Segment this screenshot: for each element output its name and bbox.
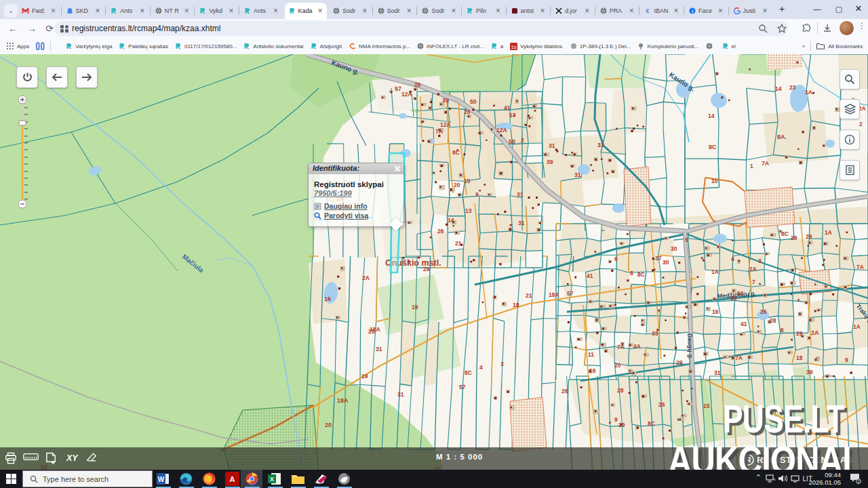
svg-text:2A: 2A (362, 274, 370, 281)
svg-text:4: 4 (479, 364, 483, 371)
svg-text:15: 15 (464, 178, 471, 184)
svg-text:7: 7 (752, 279, 755, 285)
svg-text:7A: 7A (762, 160, 769, 167)
svg-text:2: 2 (521, 137, 524, 144)
svg-text:8: 8 (630, 270, 633, 277)
svg-text:12A: 12A (496, 127, 507, 134)
svg-text:31: 31 (574, 171, 581, 178)
svg-text:57: 57 (395, 85, 401, 92)
svg-text:31: 31 (549, 142, 555, 149)
svg-text:20: 20 (614, 362, 621, 369)
svg-text:19: 19 (361, 373, 368, 380)
svg-text:16: 16 (324, 296, 331, 302)
svg-text:11: 11 (588, 351, 594, 358)
svg-text:8C: 8C (709, 144, 717, 150)
svg-text:26: 26 (464, 108, 471, 115)
svg-text:31: 31 (714, 369, 721, 376)
svg-text:9: 9 (845, 357, 848, 363)
svg-text:21: 21 (455, 240, 462, 247)
svg-text:26: 26 (561, 388, 568, 394)
svg-text:9: 9 (614, 416, 618, 423)
svg-text:39: 39 (442, 97, 449, 104)
svg-text:8A.: 8A. (777, 134, 787, 140)
svg-text:8C: 8C (648, 420, 655, 427)
svg-text:2: 2 (857, 479, 860, 484)
svg-text:39: 39 (547, 159, 553, 165)
svg-text:18A: 18A (549, 291, 559, 298)
svg-text:1A: 1A (711, 268, 719, 275)
svg-text:7A: 7A (856, 264, 864, 270)
svg-text:29: 29 (676, 359, 683, 366)
svg-text:31: 31 (397, 391, 404, 398)
svg-text:28: 28 (770, 317, 776, 324)
svg-text:4A: 4A (633, 343, 641, 350)
svg-text:8C: 8C (465, 369, 472, 376)
svg-text:10: 10 (711, 178, 718, 184)
svg-text:41: 41 (741, 321, 747, 327)
svg-text:50: 50 (509, 138, 515, 145)
svg-text:14: 14 (448, 217, 454, 224)
svg-text:25: 25 (368, 328, 375, 335)
svg-text:1: 1 (750, 163, 753, 169)
svg-text:57: 57 (459, 384, 466, 390)
svg-text:1A: 1A (805, 89, 812, 96)
svg-text:41: 41 (504, 104, 511, 111)
svg-text:31: 31 (376, 346, 382, 352)
svg-text:6: 6 (614, 256, 618, 262)
svg-text:50: 50 (470, 98, 477, 105)
svg-text:12A: 12A (440, 121, 451, 128)
svg-text:€: € (646, 7, 650, 14)
svg-text:30: 30 (671, 245, 677, 252)
svg-text:X: X (270, 476, 274, 483)
svg-text:33: 33 (652, 330, 658, 337)
svg-text:8C: 8C (781, 230, 789, 237)
svg-text:31: 31 (518, 220, 525, 226)
svg-text:14: 14 (708, 113, 715, 119)
svg-text:3: 3 (758, 258, 762, 264)
svg-text:37: 37 (655, 255, 662, 262)
svg-text:18: 18 (796, 354, 803, 361)
svg-text:3: 3 (500, 361, 504, 367)
svg-text:5: 5 (685, 237, 688, 243)
svg-text:7A: 7A (617, 344, 625, 350)
svg-text:28: 28 (617, 387, 624, 394)
svg-text:21: 21 (526, 292, 532, 299)
svg-text:29: 29 (806, 233, 812, 240)
svg-text:8C: 8C (637, 271, 645, 278)
svg-text:Daugų g.: Daugų g. (686, 333, 694, 360)
svg-text:20: 20 (325, 422, 332, 428)
svg-text:15: 15 (703, 403, 710, 409)
svg-text:57: 57 (567, 290, 574, 297)
svg-text:18: 18 (513, 302, 519, 308)
svg-text:7A: 7A (435, 128, 443, 135)
svg-text:26: 26 (437, 228, 444, 235)
svg-text:30: 30 (663, 259, 669, 266)
svg-text:1A: 1A (853, 323, 861, 330)
svg-text:31: 31 (517, 191, 524, 198)
svg-text:29: 29 (791, 235, 797, 241)
svg-text:19: 19 (618, 422, 625, 428)
svg-text:1s: 1s (511, 43, 517, 49)
svg-text:16: 16 (589, 367, 596, 374)
svg-text:1A: 1A (825, 229, 832, 236)
svg-text:13: 13 (465, 207, 472, 214)
svg-text:9: 9 (475, 191, 479, 198)
svg-text:14: 14 (775, 85, 782, 92)
svg-text:7A: 7A (735, 354, 743, 361)
svg-text:23: 23 (789, 84, 796, 91)
svg-text:16: 16 (712, 308, 719, 315)
svg-text:41: 41 (587, 272, 593, 279)
svg-text:2: 2 (859, 121, 863, 127)
svg-text:19: 19 (412, 304, 418, 310)
svg-text:25: 25 (658, 401, 665, 408)
svg-text:A: A (230, 475, 235, 483)
svg-text:4: 4 (731, 256, 734, 262)
svg-text:W: W (158, 476, 165, 483)
svg-text:33: 33 (597, 142, 604, 148)
svg-text:39: 39 (806, 369, 813, 375)
svg-text:6: 6 (781, 327, 784, 333)
svg-text:f: f (692, 9, 694, 14)
svg-text:29: 29 (796, 330, 803, 337)
svg-text:57: 57 (509, 112, 516, 119)
svg-text:2A: 2A (811, 329, 819, 336)
